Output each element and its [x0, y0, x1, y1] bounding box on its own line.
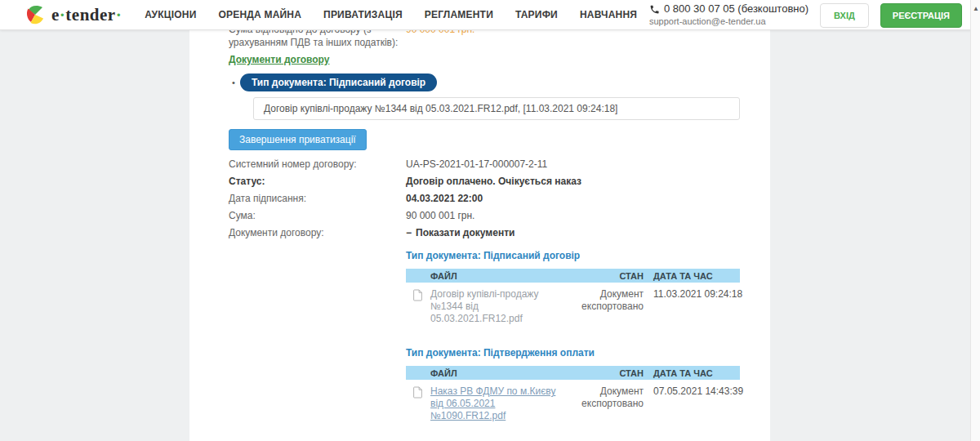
- file-name: Договір купівлі-продажу №1344 від 05.03.…: [430, 288, 566, 325]
- field-system-number: Системний номер договору: UA-PS-2021-01-…: [229, 159, 740, 170]
- login-button[interactable]: ВХІД: [820, 3, 869, 28]
- doc-table-signed: ФАЙЛ СТАН ДАТА ТА ЧАС Договір купівлі-пр…: [406, 269, 740, 325]
- table-header: ФАЙЛ СТАН ДАТА ТА ЧАС: [406, 366, 740, 380]
- doc-table-payment: ФАЙЛ СТАН ДАТА ТА ЧАС Наказ РВ ФДМУ по м…: [406, 366, 740, 422]
- doc-section-title-signed: Тип документа: Підписаний договір: [406, 250, 740, 261]
- contact-block: 0 800 30 07 05 (безкоштовно) support-auc…: [649, 2, 808, 28]
- phone-icon: [649, 4, 660, 15]
- file-state: Документ експортовано: [566, 385, 644, 422]
- finish-privatization-button[interactable]: Завершення приватизації: [229, 129, 367, 150]
- table-row: Договір купівлі-продажу №1344 від 05.03.…: [406, 283, 740, 325]
- file-link[interactable]: Наказ РВ ФДМУ по м.Києву від 06.05.2021 …: [430, 385, 566, 422]
- header-right: 0 800 30 07 05 (безкоштовно) support-auc…: [649, 0, 962, 30]
- collapse-toggle-icon[interactable]: −: [406, 227, 412, 238]
- logo[interactable]: e·tender·: [24, 4, 122, 25]
- contract-fields: Системний номер договору: UA-PS-2021-01-…: [229, 159, 740, 238]
- field-sum: Сума: 90 000 001 грн.: [229, 211, 740, 221]
- support-email[interactable]: support-auction@e-tender.ua: [649, 16, 808, 28]
- documents-area: Тип документа: Підписаний договір ФАЙЛ С…: [406, 250, 740, 422]
- main-nav: АУКЦІОНИ ОРЕНДА МАЙНА ПРИВАТИЗАЦІЯ РЕГЛА…: [145, 9, 637, 20]
- nav-item-property-lease[interactable]: ОРЕНДА МАЙНА: [219, 9, 302, 20]
- file-icon: [412, 289, 423, 301]
- file-datetime: 11.03.2021 09:24:18: [644, 288, 740, 325]
- logo-text: e·tender·: [51, 5, 122, 25]
- page-scrollbar[interactable]: ▲: [970, 0, 980, 441]
- file-state: Документ експортовано: [566, 288, 644, 325]
- signed-contract-file-box[interactable]: Договір купівлі-продажу №1344 від 05.03.…: [253, 97, 740, 120]
- nav-item-tariffs[interactable]: ТАРИФИ: [515, 9, 558, 20]
- field-status: Статус: Договір оплачено. Очікується нак…: [229, 176, 740, 187]
- nav-item-regulations[interactable]: РЕГЛАМЕНТИ: [425, 9, 493, 20]
- doc-type-badge: Тип документа: Підписаний договір: [240, 74, 437, 91]
- show-documents-toggle[interactable]: Показати документи: [416, 227, 514, 238]
- nav-item-privatization[interactable]: ПРИВАТИЗАЦІЯ: [323, 9, 403, 20]
- register-button[interactable]: РЕЄСТРАЦІЯ: [880, 3, 962, 28]
- sum-value: 90 000 001 грн.: [406, 30, 474, 49]
- phone-number: 0 800 30 07 05 (безкоштовно): [664, 2, 808, 16]
- table-row: Наказ РВ ФДМУ по м.Києву від 06.05.2021 …: [406, 380, 740, 422]
- nav-item-training[interactable]: НАВЧАННЯ: [580, 9, 637, 20]
- field-sign-date: Дата підписання: 04.03.2021 22:00: [229, 194, 740, 204]
- contract-documents-link[interactable]: Документи договору: [229, 54, 329, 65]
- file-icon: [412, 386, 423, 399]
- table-header: ФАЙЛ СТАН ДАТА ТА ЧАС: [406, 269, 740, 283]
- sum-label: Сума відповідно до договору (з урахуванн…: [229, 30, 406, 49]
- bullet-icon: •: [232, 78, 240, 87]
- file-datetime: 07.05.2021 14:43:39: [644, 385, 740, 422]
- top-header: e·tender· АУКЦІОНИ ОРЕНДА МАЙНА ПРИВАТИЗ…: [0, 0, 980, 30]
- contract-card: Сума відповідно до договору (з урахуванн…: [189, 30, 770, 441]
- doc-section-title-payment: Тип документа: Підтвердження оплати: [406, 347, 740, 359]
- sum-row: Сума відповідно до договору (з урахуванн…: [229, 30, 740, 49]
- scroll-up-icon[interactable]: ▲: [971, 5, 980, 12]
- nav-item-auctions[interactable]: АУКЦІОНИ: [145, 9, 196, 20]
- field-contract-documents: Документи договору: −Показати документи: [229, 228, 740, 238]
- logo-icon: [24, 4, 46, 25]
- doc-type-badge-row: • Тип документа: Підписаний договір: [229, 74, 740, 91]
